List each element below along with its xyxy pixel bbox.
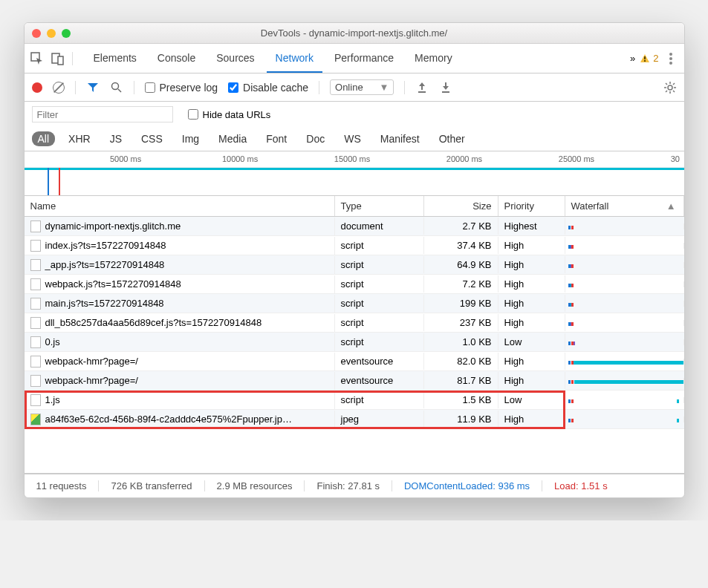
type-filter-font[interactable]: Font [260, 131, 293, 146]
header-waterfall[interactable]: Waterfall ▲ [565, 196, 684, 216]
file-icon [30, 220, 41, 232]
timeline-tick: 15000 ms [334, 154, 370, 163]
devtools-window: DevTools - dynamic-import-nextjs.glitch.… [24, 22, 685, 498]
cell-name: _app.js?ts=1572270914848 [25, 256, 335, 274]
file-icon [30, 394, 41, 406]
cell-size: 81.7 KB [424, 372, 498, 389]
header-size[interactable]: Size [424, 196, 498, 216]
column-headers: Name Type Size Priority Waterfall ▲ [25, 196, 684, 217]
request-row[interactable]: 0.jsscript1.0 KBLow [25, 333, 684, 352]
search-icon[interactable] [110, 81, 123, 94]
network-toolbar: Preserve log Disable cache Online ▼ [25, 74, 684, 102]
status-requests: 11 requests [25, 480, 100, 491]
settings-icon[interactable] [663, 81, 677, 94]
cell-name: webpack-hmr?page=/ [25, 372, 335, 390]
type-filter-css[interactable]: CSS [135, 131, 169, 146]
kebab-menu-icon[interactable] [663, 53, 678, 65]
record-button[interactable] [32, 82, 42, 93]
svg-line-17 [666, 83, 667, 85]
tab-performance[interactable]: Performance [325, 45, 403, 73]
cell-priority: High [498, 275, 565, 293]
upload-har-icon[interactable] [415, 81, 429, 94]
type-filter-img[interactable]: Img [176, 131, 205, 146]
close-window-button[interactable] [32, 29, 41, 38]
cell-name: dynamic-import-nextjs.glitch.me [25, 218, 335, 235]
cell-priority: High [498, 314, 565, 331]
minimize-window-button[interactable] [47, 29, 56, 38]
cell-waterfall [565, 378, 684, 384]
timeline-tick: 10000 ms [222, 154, 258, 163]
chevron-down-icon: ▼ [380, 82, 389, 93]
sort-asc-icon: ▲ [666, 200, 676, 212]
request-row[interactable]: _app.js?ts=1572270914848script64.9 KBHig… [25, 255, 684, 275]
tab-network[interactable]: Network [267, 45, 322, 73]
type-filter-other[interactable]: Other [433, 131, 471, 146]
request-row[interactable]: webpack.js?ts=1572270914848script7.2 KBH… [25, 275, 684, 294]
file-icon [30, 240, 41, 252]
tab-memory[interactable]: Memory [406, 45, 461, 73]
filter-input[interactable] [32, 106, 173, 122]
request-row[interactable]: main.js?ts=1572270914848script199 KBHigh [25, 294, 684, 313]
cell-priority: Highest [498, 218, 565, 235]
preserve-log-checkbox[interactable]: Preserve log [145, 82, 218, 94]
cell-waterfall [565, 359, 684, 365]
request-row[interactable]: a84f63e5-62cd-456b-89f4-c2adddc4e575%2Fp… [25, 410, 684, 429]
cell-type: script [335, 391, 424, 408]
svg-rect-11 [442, 91, 449, 93]
cell-name: main.js?ts=1572270914848 [25, 295, 335, 313]
timeline-tick: 5000 ms [110, 154, 141, 163]
cell-size: 37.4 KB [424, 237, 498, 254]
request-row[interactable]: dll_b58c257da4aa56d89cef.js?ts=157227091… [25, 313, 684, 333]
cell-size: 7.2 KB [424, 275, 498, 293]
window-title: DevTools - dynamic-import-nextjs.glitch.… [25, 27, 684, 39]
clear-button[interactable] [53, 82, 65, 94]
cell-name: webpack-hmr?page=/ [25, 353, 335, 370]
cell-waterfall [565, 416, 684, 422]
type-filter-ws[interactable]: WS [338, 131, 367, 146]
type-filter-manifest[interactable]: Manifest [374, 131, 426, 146]
request-rows: dynamic-import-nextjs.glitch.medocument2… [25, 217, 684, 429]
header-name[interactable]: Name [25, 196, 335, 216]
header-type[interactable]: Type [335, 196, 424, 216]
zoom-window-button[interactable] [62, 29, 71, 38]
request-row[interactable]: 1.jsscript1.5 KBLow [25, 391, 684, 410]
timeline-overview[interactable]: 5000 ms10000 ms15000 ms20000 ms25000 ms3… [25, 151, 684, 196]
request-row[interactable]: webpack-hmr?page=/eventsource81.7 KBHigh [25, 371, 684, 391]
cell-type: script [335, 237, 424, 254]
filter-toggle-icon[interactable] [86, 81, 100, 94]
cell-priority: High [498, 372, 565, 389]
status-finish: Finish: 27.81 s [305, 480, 392, 491]
svg-line-9 [118, 89, 121, 92]
cell-priority: High [498, 256, 565, 273]
request-row[interactable]: webpack-hmr?page=/eventsource82.0 KBHigh [25, 352, 684, 371]
warnings-badge[interactable]: 2 [640, 53, 658, 64]
header-priority[interactable]: Priority [498, 196, 565, 216]
tab-elements[interactable]: Elements [85, 45, 146, 73]
throttle-select[interactable]: Online ▼ [330, 79, 394, 95]
cell-name: dll_b58c257da4aa56d89cef.js?ts=157227091… [25, 314, 335, 332]
type-filter-bar: AllXHRJSCSSImgMediaFontDocWSManifestOthe… [25, 127, 684, 151]
svg-point-5 [669, 53, 672, 56]
disable-cache-checkbox[interactable]: Disable cache [228, 82, 308, 94]
timeline-tick: 20000 ms [446, 154, 482, 163]
request-row[interactable]: dynamic-import-nextjs.glitch.medocument2… [25, 217, 684, 236]
status-transferred: 726 KB transferred [99, 480, 204, 491]
download-har-icon[interactable] [439, 81, 452, 94]
filter-bar: Hide data URLs [25, 102, 684, 127]
type-filter-xhr[interactable]: XHR [62, 131, 97, 146]
cell-waterfall [565, 339, 684, 345]
titlebar: DevTools - dynamic-import-nextjs.glitch.… [25, 23, 684, 44]
type-filter-all[interactable]: All [32, 131, 56, 146]
type-filter-doc[interactable]: Doc [300, 131, 331, 146]
more-tabs-icon[interactable]: » [630, 53, 635, 64]
tab-sources[interactable]: Sources [207, 45, 263, 73]
type-filter-js[interactable]: JS [104, 131, 128, 146]
request-row[interactable]: index.js?ts=1572270914848script37.4 KBHi… [25, 236, 684, 255]
cell-type: document [335, 218, 424, 235]
device-toggle-icon[interactable] [51, 52, 65, 65]
type-filter-media[interactable]: Media [212, 131, 253, 146]
hide-data-urls-checkbox[interactable]: Hide data URLs [188, 109, 271, 120]
tab-console[interactable]: Console [149, 45, 204, 73]
cell-name: 1.js [25, 391, 335, 409]
inspect-element-icon[interactable] [30, 52, 44, 65]
